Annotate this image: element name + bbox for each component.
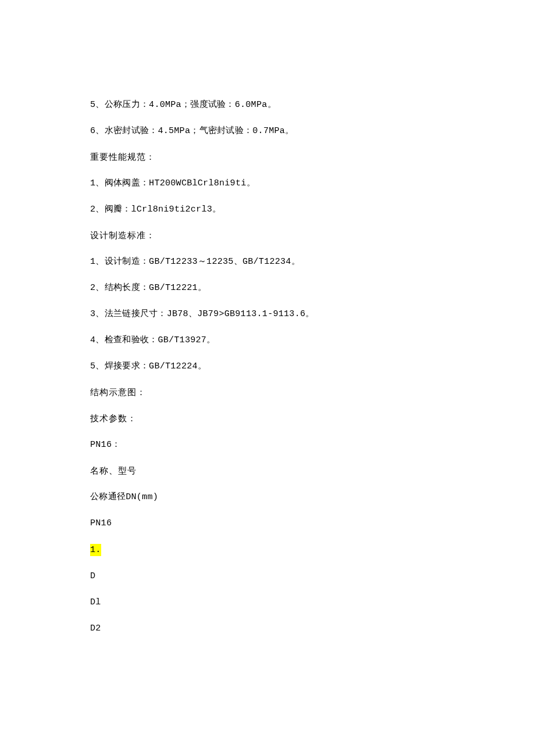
section-heading-params: 技术参数： <box>90 413 445 425</box>
text-pn16-colon: PN16： <box>90 439 445 451</box>
text-dn-mm: 公称通径DN(mm) <box>90 491 445 503</box>
text-d: D <box>90 570 445 582</box>
text-line-7: 1、设计制造：GB/T12233～12235、GB/T12234。 <box>90 256 445 268</box>
section-heading-standards: 设计制造标准： <box>90 230 445 242</box>
section-heading-diagram: 结构示意图： <box>90 386 445 399</box>
text-d2: D2 <box>90 622 445 635</box>
highlighted-one: 1. <box>90 544 101 556</box>
text-line-9: 3、法兰链接尺寸：JB78、JB79>GB9113.1-9113.6。 <box>90 308 445 320</box>
text-pn16: PN16 <box>90 517 445 529</box>
text-line-4: 1、阀体阀盖：HT200WCBlCrl8ni9ti。 <box>90 177 445 189</box>
text-line-2: 6、水密封试验：4.5MPa；气密封试验：0.7MPa。 <box>90 125 445 137</box>
text-name-model: 名称、型号 <box>90 465 445 477</box>
text-dl: Dl <box>90 596 445 608</box>
text-line-11: 5、焊接要求：GB/T12224。 <box>90 360 445 372</box>
text-line-10: 4、检查和验收：GB/T13927。 <box>90 334 445 346</box>
text-line-1: 5、公称压力：4.0MPa；强度试验：6.0MPa。 <box>90 99 445 111</box>
text-line-8: 2、结构长度：GB/T12221。 <box>90 282 445 294</box>
text-line-5: 2、阀瓣：lCrl8ni9ti2crl3。 <box>90 203 445 216</box>
section-heading-performance: 重要性能规范： <box>90 151 445 163</box>
highlight-row: 1. <box>90 543 445 556</box>
